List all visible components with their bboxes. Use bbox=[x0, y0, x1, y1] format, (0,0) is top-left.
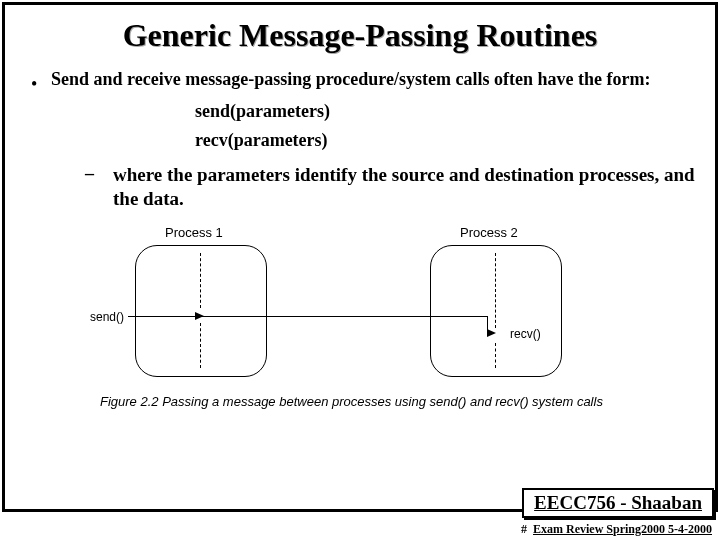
diagram: Process 1 Process 2 send() recv() Figure… bbox=[80, 223, 640, 413]
proc2-bottom-dash bbox=[495, 343, 496, 368]
process-1-box bbox=[135, 245, 267, 377]
send-label: send() bbox=[90, 310, 124, 324]
proc1-top-dash bbox=[200, 253, 201, 308]
process-1-label: Process 1 bbox=[165, 225, 223, 240]
sub-bullet-1-text: where the parameters identify the source… bbox=[113, 163, 695, 211]
proc2-top-dash bbox=[495, 253, 496, 328]
dash-marker: – bbox=[85, 163, 99, 184]
call-send: send(parameters) bbox=[195, 101, 695, 122]
process-2-box bbox=[430, 245, 562, 377]
bullet-1: • Send and receive message-passing proce… bbox=[31, 68, 695, 93]
sub-bullet-1: – where the parameters identify the sour… bbox=[85, 163, 695, 211]
proc1-bottom-dash bbox=[200, 323, 201, 368]
bullet-marker: • bbox=[31, 75, 37, 93]
send-into-proc1 bbox=[128, 316, 200, 317]
slide-title: Generic Message-Passing Routines bbox=[25, 17, 695, 54]
slide-frame: Generic Message-Passing Routines • Send … bbox=[2, 2, 718, 512]
footer-hash: # bbox=[521, 522, 527, 536]
process-2-label: Process 2 bbox=[460, 225, 518, 240]
footer: # Exam Review Spring2000 5-4-2000 bbox=[521, 522, 712, 537]
recv-label: recv() bbox=[510, 327, 541, 341]
bullet-1-text: Send and receive message-passing procedu… bbox=[51, 68, 650, 91]
message-arrow bbox=[200, 316, 487, 317]
message-arrow-head bbox=[487, 329, 496, 337]
footer-text: Exam Review Spring2000 5-4-2000 bbox=[533, 522, 712, 536]
figure-caption: Figure 2.2 Passing a message between pro… bbox=[100, 394, 603, 409]
course-box: EECC756 - Shaaban bbox=[522, 488, 714, 518]
call-recv: recv(parameters) bbox=[195, 130, 695, 151]
